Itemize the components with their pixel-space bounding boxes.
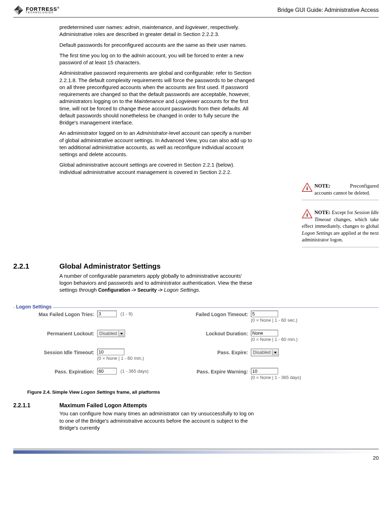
pass-expiration-input[interactable]	[97, 368, 117, 374]
failed-logon-timeout-input[interactable]	[251, 311, 278, 317]
field-label: Pass. Expire:	[181, 349, 251, 356]
session-idle-timeout-input[interactable]	[97, 349, 124, 355]
paragraph: You can configure how many times an admi…	[59, 410, 255, 431]
logon-settings-frame: Logon Settings Max Failed Logon Tries: (…	[13, 307, 379, 385]
range-hint: (0 = None | 1 - 365 days)	[251, 375, 301, 380]
section-heading: Global Administrator Settings	[59, 261, 255, 271]
section-number: 2.2.1.1	[13, 402, 59, 435]
paragraph: Global administrative account settings a…	[59, 161, 255, 176]
dropdown-icon	[118, 331, 124, 336]
figure-caption: Figure 2.4. Simple View Logon Settings f…	[27, 389, 379, 395]
dropdown-icon	[272, 350, 278, 355]
range-hint: (1 - 9)	[121, 311, 133, 316]
svg-marker-8	[274, 352, 277, 354]
logo: FORTRESS® TECHNOLOGIES	[13, 5, 59, 15]
field-label: Max Failed Logon Tries:	[17, 311, 97, 318]
note-callout: i NOTE: Preconfigured accounts cannot be…	[302, 183, 379, 200]
svg-text:i: i	[306, 185, 308, 191]
header-title: Bridge GUI Guide: Administrative Access	[277, 6, 379, 14]
section-heading: Maximum Failed Logon Attempts	[59, 402, 255, 409]
field-label: Pass. Expire Warning:	[181, 368, 251, 375]
warning-info-icon: i	[302, 209, 312, 218]
pass-expire-warning-input[interactable]	[251, 368, 278, 374]
range-hint: (0 = None | 1 - 60 sec.)	[251, 318, 297, 323]
page-number: 20	[13, 454, 379, 461]
field-label: Session Idle Timeout:	[17, 349, 97, 356]
paragraph: Default passwords for preconfigured acco…	[59, 42, 255, 49]
field-label: Lockout Duration:	[181, 330, 251, 337]
warning-info-icon: i	[302, 183, 312, 192]
main-text: predetermined user names: admin, mainten…	[59, 24, 255, 256]
paragraph: An administrator logged on to an Adminis…	[59, 130, 255, 158]
note-label: NOTE:	[314, 183, 331, 189]
svg-text:i: i	[306, 212, 308, 218]
paragraph: The first time you log on to the admin a…	[59, 52, 255, 66]
range-hint: (0 = None | 1 - 60 min.)	[97, 356, 144, 361]
paragraph: A number of configurable parameters appl…	[59, 272, 255, 294]
fortress-logo-icon	[13, 5, 24, 15]
lockout-duration-input[interactable]	[251, 330, 278, 336]
page-footer: 20	[13, 449, 379, 461]
field-label: Pass. Expiration:	[17, 368, 97, 375]
note-label: NOTE:	[314, 210, 331, 215]
note-callout: i NOTE: Except for Session Idle Timeout …	[302, 209, 379, 247]
svg-marker-1	[19, 6, 23, 10]
field-label: Permanent Lockout:	[17, 330, 97, 337]
logo-text-sub: TECHNOLOGIES	[26, 12, 59, 14]
paragraph: Administrative password requirements are…	[59, 70, 255, 126]
range-hint: (0 = None | 1 - 60 min.)	[251, 337, 298, 342]
section-number: 2.2.1	[13, 261, 59, 297]
svg-marker-7	[120, 333, 123, 335]
pass-expire-select[interactable]: Disabled	[251, 349, 279, 356]
paragraph: predetermined user names: admin, mainten…	[59, 24, 255, 38]
page-header: FORTRESS® TECHNOLOGIES Bridge GUI Guide:…	[13, 5, 379, 17]
fieldset-legend: Logon Settings	[15, 304, 53, 310]
permanent-lockout-select[interactable]: Disabled	[97, 330, 125, 337]
logo-text-main: FORTRESS	[26, 6, 57, 12]
field-label: Failed Logon Timeout:	[181, 311, 251, 318]
max-failed-tries-input[interactable]	[97, 311, 117, 317]
range-hint: (1 - 365 days)	[121, 369, 148, 374]
